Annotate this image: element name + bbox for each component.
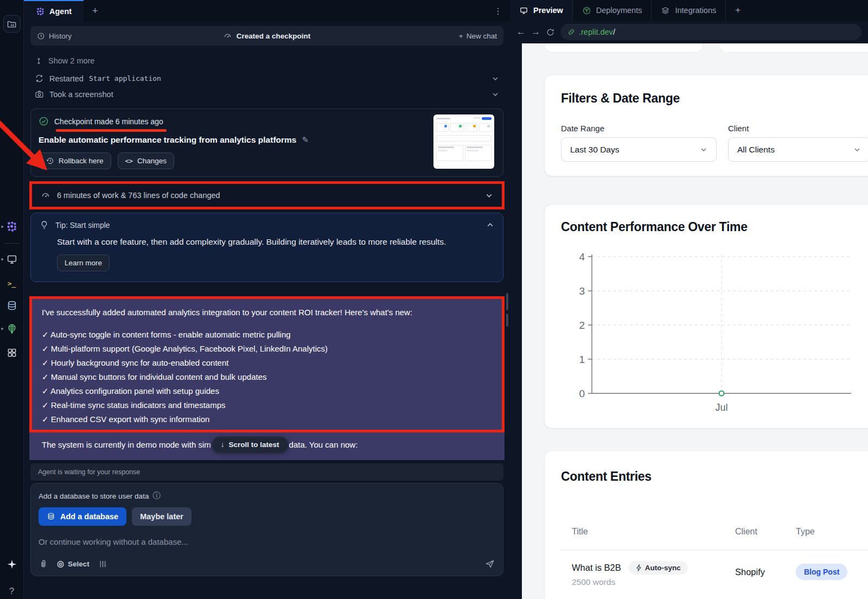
- rail-item-shell[interactable]: >_: [5, 277, 18, 290]
- new-preview-tab-button[interactable]: +: [726, 0, 750, 21]
- add-database-button[interactable]: Add a database: [39, 507, 126, 526]
- lightbulb-icon: [40, 220, 49, 230]
- expand-vertical-icon: [35, 57, 43, 65]
- rollback-button[interactable]: Rollback here: [39, 152, 111, 169]
- rail-item-help[interactable]: ?: [5, 585, 18, 598]
- folder-expand-icon: [7, 18, 17, 29]
- url-input[interactable]: .replit.dev/: [560, 24, 861, 40]
- message-item: ✓ Multi-platform support (Google Analyti…: [42, 342, 492, 356]
- url-host: .replit.dev: [579, 28, 613, 36]
- agent-message: I've successfully added automated analyt…: [32, 299, 502, 430]
- tip-card: Tip: Start simple Start with a core feat…: [30, 213, 503, 282]
- send-plane-icon: [484, 558, 495, 569]
- learn-more-button[interactable]: Learn more: [57, 254, 110, 271]
- chart-x-label: Jul: [715, 402, 727, 413]
- check-circle-icon: [39, 116, 49, 126]
- sidebar-expand-button[interactable]: [3, 15, 21, 33]
- chart-data-point[interactable]: [719, 391, 724, 396]
- changes-button[interactable]: <> Changes: [118, 152, 175, 169]
- lightning-bolt-icon: [636, 564, 642, 571]
- entry-client: Shopify: [735, 567, 765, 577]
- tab-preview-label: Preview: [533, 6, 563, 15]
- forward-button[interactable]: →: [531, 27, 540, 37]
- chevron-down-icon[interactable]: [492, 91, 499, 98]
- history-button[interactable]: History: [37, 32, 72, 40]
- notification-dot: [1, 328, 3, 330]
- checkpoint-card: Checkpoint made 6 minutes ago Enable aut…: [30, 109, 503, 177]
- filters-card: Filters & Date Range Date Range Client L…: [544, 74, 868, 176]
- chevron-down-icon[interactable]: [492, 75, 499, 82]
- checkpoint-thumbnail[interactable]: [433, 114, 494, 169]
- code-icon: <>: [125, 157, 133, 165]
- attach-file-button[interactable]: [39, 559, 48, 569]
- scrollbar-thumb[interactable]: [506, 293, 508, 310]
- send-button[interactable]: [484, 558, 495, 569]
- new-chat-label: New chat: [467, 32, 497, 40]
- rail-item-publish[interactable]: [5, 322, 18, 335]
- composer-input[interactable]: Or continue working without a database..…: [39, 537, 495, 546]
- gauge-icon: [41, 190, 50, 200]
- show-more-button[interactable]: Show 2 more: [30, 53, 503, 68]
- new-tab-button[interactable]: +: [84, 0, 107, 22]
- svg-text:3: 3: [579, 285, 585, 297]
- tab-agent-label: Agent: [49, 7, 72, 16]
- content-entries-card: Content Entries Title Client Type What i…: [544, 450, 868, 599]
- back-button[interactable]: ←: [516, 27, 526, 37]
- auto-sync-badge: Auto-sync: [629, 561, 688, 575]
- settings-sliders-button[interactable]: [98, 559, 107, 569]
- info-icon[interactable]: ⓘ: [152, 491, 160, 501]
- url-path: /: [613, 28, 615, 36]
- column-header-type: Type: [796, 527, 815, 537]
- sparkle-icon: [7, 559, 17, 570]
- rail-item-apps[interactable]: [5, 346, 18, 359]
- camera-icon: [35, 90, 44, 99]
- new-chat-button[interactable]: + New chat: [459, 32, 497, 40]
- refresh-button[interactable]: [546, 28, 555, 37]
- monitor-icon: [6, 253, 18, 265]
- tab-integrations[interactable]: Integrations: [652, 0, 726, 21]
- tab-agent[interactable]: Agent: [24, 0, 84, 22]
- tab-integrations-label: Integrations: [675, 6, 716, 15]
- rail-divider: [4, 243, 20, 244]
- agent-panel: Agent + ⋮ History Created a checkpoint +…: [24, 0, 510, 599]
- tab-menu-button[interactable]: ⋮: [486, 0, 510, 22]
- rail-item-assistant[interactable]: [5, 558, 18, 571]
- select-element-button[interactable]: ◎ Select: [57, 559, 90, 569]
- database-icon: [47, 512, 55, 521]
- scrolled-card-stub: [544, 43, 703, 53]
- rail-item-agent[interactable]: [5, 220, 18, 233]
- chart-y-labels: 4 3 2 1 0: [579, 251, 585, 399]
- layers-icon: [661, 6, 670, 15]
- table-row[interactable]: What is B2B Auto-sync: [572, 561, 688, 575]
- tab-preview[interactable]: Preview: [510, 0, 573, 21]
- rail-item-preview[interactable]: [5, 253, 18, 266]
- rail-item-database[interactable]: [5, 300, 18, 313]
- tip-body: Start with a core feature, then add comp…: [57, 237, 494, 247]
- red-annotation-box-message: I've successfully added automated analyt…: [29, 296, 505, 432]
- tab-deployments[interactable]: Deployments: [573, 0, 652, 21]
- event-restarted[interactable]: Restarted Start application: [30, 71, 503, 86]
- client-select[interactable]: All Clients: [728, 137, 868, 162]
- browser-urlbar: ← → .replit.dev/: [510, 21, 868, 43]
- publish-globe-icon: [6, 323, 18, 335]
- date-range-select[interactable]: Last 30 Days: [561, 137, 717, 162]
- scrollbar-thumb[interactable]: [506, 314, 508, 327]
- rollback-label: Rollback here: [59, 157, 104, 165]
- event-screenshot[interactable]: Took a screenshot: [30, 86, 503, 102]
- auto-sync-label: Auto-sync: [645, 564, 681, 572]
- edit-pencil-icon[interactable]: ✎: [302, 135, 309, 145]
- agent-message-continued: The system is currently in demo mode wit…: [29, 432, 505, 460]
- database-icon: [6, 300, 18, 312]
- crosshair-icon: ◎: [57, 559, 64, 569]
- chevron-down-icon: [700, 146, 707, 154]
- replit-agent-icon: [6, 221, 18, 233]
- work-summary-row[interactable]: 6 minutes of work & 763 lines of code ch…: [32, 184, 502, 207]
- chevron-up-icon[interactable]: [486, 221, 494, 229]
- plus-icon: +: [459, 32, 463, 40]
- maybe-later-button[interactable]: Maybe later: [132, 507, 192, 526]
- chevron-down-icon[interactable]: [485, 192, 493, 200]
- scroll-to-latest-button[interactable]: ↓ Scroll to latest: [212, 437, 288, 453]
- checkpoint-status-label: Created a checkpoint: [237, 32, 311, 40]
- client-value: All Clients: [737, 145, 775, 155]
- history-clock-icon: [37, 32, 45, 40]
